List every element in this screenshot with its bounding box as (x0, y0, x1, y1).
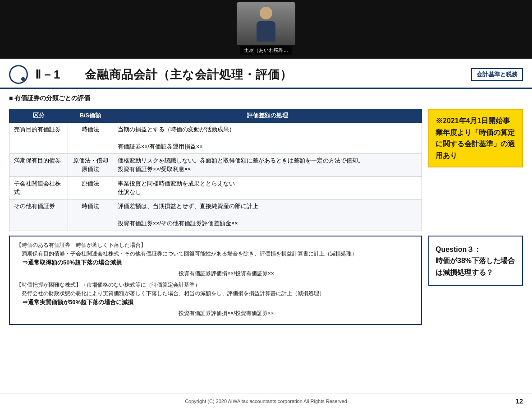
video-participant: 土屋（あいわ税理... (237, 2, 295, 55)
table-row: その他有価証券 時価法 評価差額は、当期損益とせず、直接純資産の部に計上 投資有… (9, 199, 422, 231)
slide-area: Ⅱ－1 金融商品会計（主な会計処理・評価） 会計基準と税務 ■ 有価証券の分類ご… (0, 59, 532, 408)
person-head (260, 7, 272, 19)
person-body (257, 21, 275, 42)
note-line3: ⇒通常取得額の50%超下落の場合減損 (16, 258, 415, 268)
note-line5: 【時価把握が困難な株式】→市場価格のない株式等に（時価算定会計基準） (16, 281, 415, 289)
note-line2: 満期保有目的債券・子会社関連会社株式・その他有価証券について回復可能性がある場合… (16, 250, 415, 258)
row3-category: 子会社関連会社株式 (9, 176, 68, 199)
col-header-treatment: 評価差額の処理 (113, 109, 422, 123)
table-row: 子会社関連会社株式 原価法 事業投資と同様時価変動を成果ととらえない 仕訳なし (9, 176, 422, 199)
section-label: ■ 有価証券の分類ごとの評価 (9, 94, 523, 102)
note-line8: 投資有価証券評価損××/投資有価証券×× (16, 309, 415, 318)
slide-title-area: Ⅱ－1 金融商品会計（主な会計処理・評価） (9, 65, 292, 84)
yellow-highlight-box: ※2021年4月1日開始事業年度より「時価の算定に関する会計基準」の適用あり (428, 109, 523, 167)
row3-bs: 原価法 (68, 176, 113, 199)
securities-table: 区分 B/S価額 評価差額の処理 売買目的有価証券 時価法 当期の損益とする（時… (9, 109, 422, 231)
question-box: Question３： 時価が38%下落した場合は減損処理する？ (428, 236, 523, 287)
table-row: 売買目的有価証券 時価法 当期の損益とする（時価の変動が活動成果） 有価証券××… (9, 123, 422, 154)
col-header-category: 区分 (9, 109, 68, 123)
main-content-layout: 区分 B/S価額 評価差額の処理 売買目的有価証券 時価法 当期の損益とする（時… (9, 109, 523, 231)
participant-name-label: 土屋（あいわ税理... (240, 46, 291, 55)
slide-content: ■ 有価証券の分類ごとの評価 区分 B/S価額 評価差額の処理 売買目的有 (0, 89, 532, 325)
row3-treatment: 事業投資と同様時価変動を成果ととらえない 仕訳なし (113, 176, 422, 199)
row4-treatment: 評価差額は、当期損益とせず、直接純資産の部に計上 投資有価証券××/その他有価証… (113, 199, 422, 231)
note-line1: 【時価のある有価証券 時価が著しく下落した場合】 (16, 241, 415, 250)
row2-treatment: 価格変動リスクを認識しない。券面額と取得価額に差があるときは差額を一定の方法で償… (113, 154, 422, 177)
slide-header: Ⅱ－1 金融商品会計（主な会計処理・評価） 会計基準と税務 (0, 59, 532, 89)
question-text: Question３： 時価が38%下落した場合は減損処理する？ (436, 246, 515, 276)
slide-tag: 会計基準と税務 (471, 68, 523, 81)
col-header-bs: B/S価額 (68, 109, 113, 123)
right-side-top: ※2021年4月1日開始事業年度より「時価の算定に関する会計基準」の適用あり (428, 109, 523, 167)
logo-dot (21, 77, 25, 81)
person-video (237, 2, 295, 45)
slide-title: Ⅱ－1 金融商品会計（主な会計処理・評価） (35, 67, 292, 83)
note-line6: 発行会社の財政状態の悪化により実質価額が著しく下落した場合、相当の減額をし、評価… (16, 289, 415, 298)
logo-circle (9, 65, 28, 84)
row1-treatment: 当期の損益とする（時価の変動が活動成果） 有価証券××/有価証券運用損益×× (113, 123, 422, 154)
video-area: 土屋（あいわ税理... (0, 0, 532, 59)
slide-footer: Copyright (C) 2020 AIWA tax accountants … (0, 394, 532, 408)
person-silhouette (255, 7, 277, 41)
row4-category: その他有価証券 (9, 199, 68, 231)
video-thumbnail (237, 2, 295, 45)
note-line4: 投資有価証券評価損××/投資有価証券×× (16, 269, 415, 278)
note-line7: ⇒通常実質価額が50%超下落の場合に減損 (16, 298, 415, 307)
page-number: 12 (515, 397, 523, 405)
bottom-layout: 【時価のある有価証券 時価が著しく下落した場合】 満期保有目的債券・子会社関連会… (9, 236, 523, 325)
row2-category: 満期保有目的債券 (9, 154, 68, 177)
row1-category: 売買目的有価証券 (9, 123, 68, 154)
row2-bs: 原価法・償却原価法 (68, 154, 113, 177)
note-box: 【時価のある有価証券 時価が著しく下落した場合】 満期保有目的債券・子会社関連会… (9, 236, 422, 325)
table-row: 満期保有目的債券 原価法・償却原価法 価格変動リスクを認識しない。券面額と取得価… (9, 154, 422, 177)
table-side: 区分 B/S価額 評価差額の処理 売買目的有価証券 時価法 当期の損益とする（時… (9, 109, 422, 231)
row4-bs: 時価法 (68, 199, 113, 231)
copyright-text: Copyright (C) 2020 AIWA tax accountants … (185, 399, 347, 404)
yellow-box-text: ※2021年4月1日開始事業年度より「時価の算定に関する会計基準」の適用あり (436, 117, 515, 159)
row1-bs: 時価法 (68, 123, 113, 154)
